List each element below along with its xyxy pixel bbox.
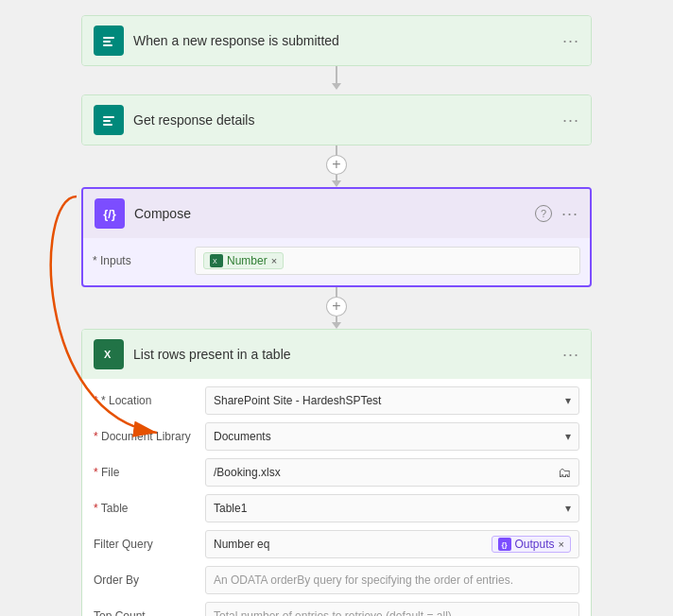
table-value: Table1 xyxy=(214,502,247,515)
list-header: X List rows present in a table ··· xyxy=(82,330,591,379)
step2-header: Get response details ··· xyxy=(82,95,591,145)
doclib-value: Documents xyxy=(214,430,271,443)
table-dropdown-icon: ▾ xyxy=(565,502,571,515)
filter-field[interactable]: Number eq {} Outputs × xyxy=(205,530,579,558)
outputs-token-label: Outputs xyxy=(515,538,555,551)
topcount-placeholder: Total number of entries to retrieve (def… xyxy=(214,609,455,616)
doclib-row: * Document Library Documents ▾ xyxy=(94,420,579,453)
orderby-field[interactable]: An ODATA orderBy query for specifying th… xyxy=(205,566,579,594)
outputs-token-close[interactable]: × xyxy=(559,539,564,550)
list-icon: X xyxy=(94,339,124,369)
outputs-token-icon: {} xyxy=(498,538,511,551)
orderby-label: Order By xyxy=(94,573,198,587)
orderby-placeholder: An ODATA orderBy query for specifying th… xyxy=(214,573,513,587)
filter-row: Filter Query Number eq {} Outputs × xyxy=(94,528,579,560)
svg-rect-5 xyxy=(103,116,114,118)
file-picker-icon: 🗂 xyxy=(558,465,571,480)
compose-inputs-row: * Inputs X Number × xyxy=(93,246,580,276)
compose-body: * Inputs X Number × xyxy=(83,238,590,285)
location-label: * * Location xyxy=(94,394,198,407)
doclib-field[interactable]: Documents ▾ xyxy=(205,422,579,451)
connector-arrow-1 xyxy=(332,66,341,94)
compose-help-icon[interactable]: ? xyxy=(535,205,552,222)
table-label: * Table xyxy=(94,502,198,515)
connector-2: + xyxy=(326,145,347,187)
list-card: X List rows present in a table ··· * * L… xyxy=(81,329,592,616)
svg-text:X: X xyxy=(104,349,112,360)
compose-more-button[interactable]: ··· xyxy=(561,204,578,224)
list-more-button[interactable]: ··· xyxy=(562,345,579,365)
svg-text:X: X xyxy=(213,258,217,265)
step1-header: When a new response is submitted ··· xyxy=(82,16,591,65)
step1-title: When a new response is submitted xyxy=(133,33,553,48)
table-row: * Table Table1 ▾ xyxy=(94,492,579,524)
step1-icon xyxy=(94,26,124,56)
step2-card: Get response details ··· xyxy=(81,94,592,145)
topcount-label: Top Count xyxy=(94,609,198,616)
compose-title: Compose xyxy=(134,206,526,221)
number-token-chip: X Number × xyxy=(203,252,284,269)
topcount-row: Top Count Total number of entries to ret… xyxy=(94,600,579,616)
location-value: SharePoint Site - HardeshSPTest xyxy=(214,394,381,407)
file-value: /Booking.xlsx xyxy=(214,466,281,479)
add-step-button-3[interactable]: + xyxy=(326,297,347,317)
location-field[interactable]: SharePoint Site - HardeshSPTest ▾ xyxy=(205,386,579,415)
outputs-token-chip: {} Outputs × xyxy=(492,536,571,553)
filter-prefix: Number eq xyxy=(214,538,269,551)
filter-label: Filter Query xyxy=(94,538,198,551)
number-token-close[interactable]: × xyxy=(271,255,277,266)
compose-inputs-label: * Inputs xyxy=(93,254,187,267)
compose-inputs-field[interactable]: X Number × xyxy=(195,247,580,275)
orderby-row: Order By An ODATA orderBy query for spec… xyxy=(94,564,579,596)
compose-wrapper: {/} Compose ? ··· * Inputs X xyxy=(81,187,592,287)
location-row: * * Location SharePoint Site - HardeshSP… xyxy=(94,385,579,417)
add-step-button-2[interactable]: + xyxy=(326,155,347,175)
svg-rect-7 xyxy=(103,124,112,126)
connector-3: + xyxy=(326,287,347,329)
doclib-dropdown-icon: ▾ xyxy=(565,430,571,443)
svg-rect-2 xyxy=(103,41,111,43)
step2-more-button[interactable]: ··· xyxy=(562,111,579,130)
compose-card: {/} Compose ? ··· * Inputs X xyxy=(81,187,592,287)
step2-icon xyxy=(94,105,124,135)
step1-card: When a new response is submitted ··· xyxy=(81,15,592,66)
step1-more-button[interactable]: ··· xyxy=(562,31,579,51)
compose-icon: {/} xyxy=(95,198,125,229)
number-token-label: Number xyxy=(227,254,267,267)
location-dropdown-icon: ▾ xyxy=(565,394,571,407)
doclib-label: * Document Library xyxy=(94,430,198,443)
file-field[interactable]: /Booking.xlsx 🗂 xyxy=(205,458,579,487)
svg-rect-1 xyxy=(103,37,114,39)
list-title: List rows present in a table xyxy=(133,347,553,362)
file-row: * File /Booking.xlsx 🗂 xyxy=(94,456,579,488)
file-label: * File xyxy=(94,466,198,479)
svg-rect-3 xyxy=(103,44,112,46)
step2-title: Get response details xyxy=(133,112,553,128)
compose-header: {/} Compose ? ··· xyxy=(83,189,590,238)
list-body: * * Location SharePoint Site - HardeshSP… xyxy=(82,385,591,616)
svg-rect-6 xyxy=(103,120,111,122)
table-field[interactable]: Table1 ▾ xyxy=(205,494,579,522)
number-token-icon: X xyxy=(210,254,223,267)
topcount-field[interactable]: Total number of entries to retrieve (def… xyxy=(205,602,579,616)
